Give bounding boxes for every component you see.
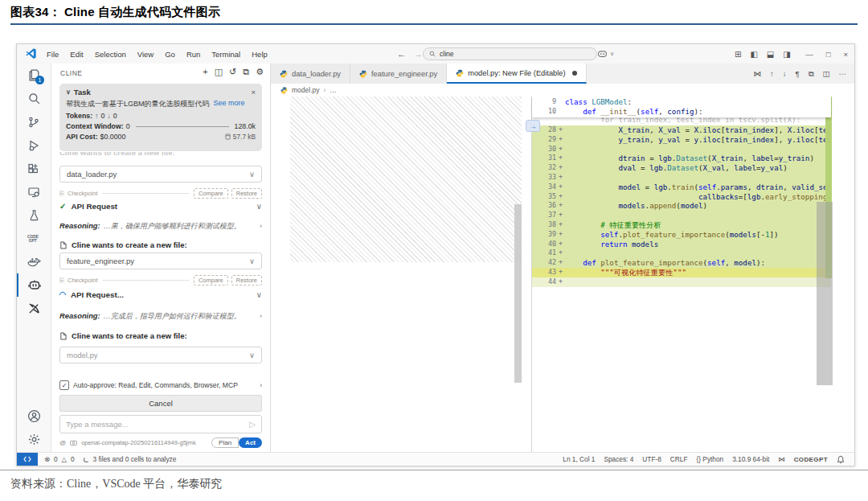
- reasoning-row[interactable]: Reasoning: …完成后，指导用户如何运行和验证模型。 ›: [59, 311, 262, 322]
- search-input[interactable]: cline: [423, 47, 597, 60]
- m-mark-icon[interactable]: ⋈: [754, 69, 762, 78]
- code-line-41[interactable]: 41+: [532, 248, 831, 258]
- open-in-editor-icon[interactable]: ⧉: [243, 67, 249, 77]
- customize-layout-icon[interactable]: ⊞: [735, 50, 741, 59]
- code-line-32[interactable]: 32+ dval = lgb.Dataset(X_val, label=y_va…: [532, 163, 831, 173]
- bell-icon[interactable]: [837, 455, 845, 464]
- menu-view[interactable]: View: [132, 50, 159, 59]
- menu-help[interactable]: Help: [246, 50, 273, 59]
- prev-change-icon[interactable]: ↑: [770, 69, 774, 78]
- code-line-x[interactable]: for train_index, test_index in tscv.spli…: [532, 117, 831, 125]
- toggle-primary-sidebar-icon[interactable]: ◧: [750, 50, 757, 59]
- restore-icon[interactable]: □: [826, 50, 831, 59]
- message-input[interactable]: Type a message... ▷: [59, 415, 262, 433]
- toggle-secondary-sidebar-icon[interactable]: ◨: [783, 50, 790, 59]
- compare-button[interactable]: Compare: [194, 188, 228, 199]
- menu-file[interactable]: File: [41, 50, 64, 59]
- remote-indicator[interactable]: [17, 453, 38, 466]
- status-item[interactable]: 3.10.9 64-bit: [732, 455, 769, 463]
- errors-count[interactable]: 0: [54, 455, 58, 463]
- menu-terminal[interactable]: Terminal: [206, 50, 246, 59]
- code-line-29[interactable]: 29+ y_train, y_val = y.iloc[train_index]…: [532, 135, 831, 145]
- status-item[interactable]: {} Python: [697, 455, 724, 463]
- code-line-33[interactable]: 33+: [532, 173, 831, 183]
- tab-data_loader.py[interactable]: data_loader.py: [271, 64, 350, 84]
- menu-selection[interactable]: Selection: [89, 50, 132, 59]
- camera-icon[interactable]: [70, 440, 77, 446]
- activity-item-run-debug[interactable]: [17, 133, 51, 157]
- activity-item-remote-explorer[interactable]: [17, 180, 51, 203]
- minimize-icon[interactable]: —: [805, 50, 813, 59]
- analyzing-text[interactable]: 3 files and 0 cells to analyze: [93, 455, 177, 463]
- activity-item-mcp[interactable]: [17, 297, 51, 320]
- status-item[interactable]: Ln 1, Col 1: [563, 455, 595, 463]
- code-line-42[interactable]: 42+ def plot_feature_importance(self, mo…: [532, 258, 831, 268]
- activity-item-docker[interactable]: [17, 250, 51, 273]
- errors-icon[interactable]: ⊗: [44, 455, 50, 463]
- close-icon[interactable]: ×: [843, 50, 848, 59]
- back-icon[interactable]: ←: [397, 49, 406, 59]
- whitespace-icon[interactable]: ¶: [796, 69, 800, 78]
- code-line-43[interactable]: 43+ """可视化特征重要性""": [532, 268, 831, 277]
- status-item[interactable]: CRLF: [670, 455, 688, 463]
- code-lines[interactable]: 28+ X_train, X_val = X.iloc[train_index]…: [532, 125, 831, 287]
- see-more-link[interactable]: See more: [214, 99, 245, 109]
- collapse-chevron-icon[interactable]: ∨: [66, 88, 71, 96]
- tab-feature_engineer.py[interactable]: feature_engineer.py: [350, 64, 447, 84]
- status-item[interactable]: Spaces: 4: [604, 455, 633, 463]
- m-mark-icon[interactable]: ⋈: [778, 455, 784, 463]
- code-line-44[interactable]: 44+: [532, 277, 831, 287]
- activity-item-test-beaker[interactable]: [17, 203, 51, 227]
- activity-item-extensions[interactable]: [17, 157, 51, 180]
- reasoning-row[interactable]: Reasoning: …果，确保用户能够顺利进行和测试模型。 ›: [59, 221, 262, 232]
- next-change-icon[interactable]: ↓: [783, 69, 787, 78]
- send-icon[interactable]: ▷: [249, 420, 256, 429]
- toggle-panel-icon[interactable]: ⬓: [767, 50, 774, 59]
- file-dropdown-model[interactable]: model.py ∨: [59, 347, 262, 363]
- activity-item-cline[interactable]: [17, 273, 51, 297]
- restore-button[interactable]: Restore: [231, 188, 262, 199]
- plan-toggle[interactable]: Plan: [211, 437, 239, 448]
- copilot-menu[interactable]: ∨: [597, 44, 614, 64]
- model-id[interactable]: openai-compatap-20250216114949-g5jmk: [81, 439, 196, 446]
- dirty-indicator-icon[interactable]: [572, 71, 577, 76]
- code-line-39[interactable]: 39+ self.plot_feature_importance(models[…: [532, 230, 831, 240]
- code-line-31[interactable]: 31+ dtrain = lgb.Dataset(X_train, label=…: [532, 154, 831, 163]
- menu-go[interactable]: Go: [159, 50, 181, 59]
- file-dropdown-data-loader[interactable]: data_loader.py ∨: [59, 166, 262, 183]
- code-line-37[interactable]: 37+: [532, 211, 831, 220]
- activity-item-account[interactable]: [17, 404, 51, 428]
- auto-approve-checkbox[interactable]: ✓: [59, 380, 69, 390]
- cancel-button[interactable]: Cancel: [59, 395, 262, 412]
- history-icon[interactable]: ↺: [229, 67, 236, 77]
- compare-button[interactable]: Compare: [194, 275, 228, 285]
- auto-approve-row[interactable]: ✓ Auto-approve: Read, Edit, Commands, Br…: [59, 380, 262, 390]
- tab-model.py[interactable]: model.py: New File (Editable): [447, 64, 586, 84]
- close-task-icon[interactable]: ×: [251, 88, 256, 97]
- code-line-9[interactable]: 9class LGBModel:: [532, 97, 831, 107]
- code-line-35[interactable]: 35+ callbacks=[lgb.early_stopping(stop: [532, 192, 831, 202]
- mention-icon[interactable]: @: [59, 439, 66, 446]
- warnings-count[interactable]: 0: [71, 455, 75, 463]
- activity-item-explorer[interactable]: 1: [17, 64, 51, 87]
- status-item[interactable]: CODEGPT: [794, 456, 828, 463]
- forward-icon[interactable]: →: [414, 49, 423, 59]
- activity-item-codegpt[interactable]: CODEGPT: [17, 227, 51, 250]
- code-line-38[interactable]: 38+ # 特征重要性分析: [532, 220, 831, 230]
- new-task-icon[interactable]: +: [203, 67, 207, 77]
- warnings-icon[interactable]: △: [62, 455, 67, 463]
- code-line-36[interactable]: 36+ models.append(model): [532, 201, 831, 211]
- api-request-loading-row[interactable]: API Request... ∨: [59, 290, 262, 299]
- mcp-servers-icon[interactable]: ◫: [215, 67, 223, 77]
- menu-edit[interactable]: Edit: [64, 50, 88, 59]
- open-preview-icon[interactable]: ⧉: [809, 69, 814, 79]
- file-dropdown-feature-engineer[interactable]: feature_engineer.py ∨: [59, 253, 262, 269]
- code-line-40[interactable]: 40+ return models: [532, 240, 831, 249]
- activity-item-source-control[interactable]: [17, 110, 51, 133]
- code-line-34[interactable]: 34+ model = lgb.train(self.params, dtrai…: [532, 183, 831, 192]
- code-line-10[interactable]: 10 def __init__(self, config):: [532, 107, 831, 117]
- act-toggle[interactable]: Act: [239, 437, 262, 448]
- breadcrumb[interactable]: model.py › …: [271, 84, 854, 97]
- activity-item-search[interactable]: [17, 87, 51, 110]
- status-item[interactable]: UTF-8: [642, 455, 661, 463]
